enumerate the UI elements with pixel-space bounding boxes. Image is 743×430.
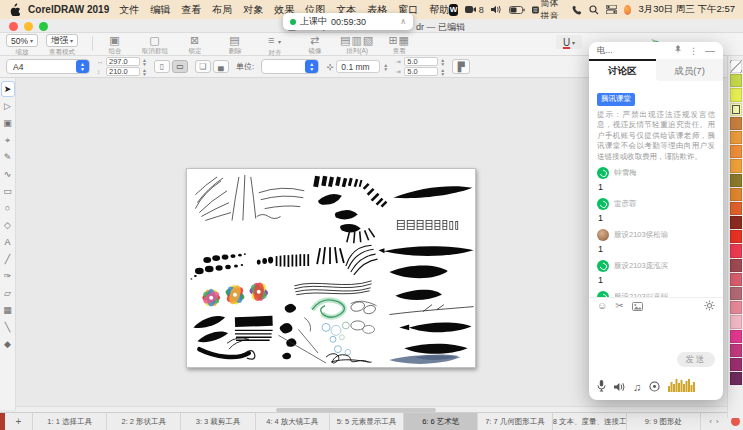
ungroup-button[interactable]: ▢ 取消群组 xyxy=(140,34,170,58)
align-button[interactable]: ≡ 对齐 xyxy=(260,34,290,58)
lock-button[interactable]: ⊠ 锁定 xyxy=(180,34,210,58)
page-tab[interactable]: 8: 8 文本、度量、连接工具 xyxy=(553,413,627,430)
tab-members[interactable]: 成员(7) xyxy=(656,59,723,81)
panel-header[interactable]: 电... ⋮ — xyxy=(589,42,723,59)
color-swatch[interactable] xyxy=(730,301,742,314)
speaker-icon[interactable] xyxy=(614,378,625,396)
color-swatch[interactable] xyxy=(730,230,742,243)
control-center-icon[interactable] xyxy=(606,5,617,14)
pick-tool[interactable]: ➤ xyxy=(1,81,15,97)
color-swatch[interactable] xyxy=(730,202,742,215)
minimize-window-button[interactable] xyxy=(24,22,33,31)
document-page[interactable] xyxy=(186,168,476,368)
color-swatch[interactable] xyxy=(730,372,742,385)
menu-item[interactable]: 查看 xyxy=(181,3,201,17)
page-tab[interactable]: 9: 9 图形处 xyxy=(627,413,701,430)
mirror-button[interactable]: ⇄ 镜像 xyxy=(300,34,330,58)
bezier-tool[interactable]: ∿ xyxy=(1,166,15,182)
color-swatch[interactable] xyxy=(730,159,742,172)
treat-as-filled-button[interactable]: ▛ xyxy=(452,59,470,74)
meeting-app-icon[interactable]: 8 xyxy=(465,5,484,15)
page-height-field[interactable]: 210.0 xyxy=(106,67,140,76)
screenshot-icon[interactable]: ✂ xyxy=(615,301,623,311)
color-swatch[interactable] xyxy=(730,358,742,371)
landscape-button[interactable]: ▭ xyxy=(172,60,188,73)
page-tab[interactable]: 2: 2 形状工具 xyxy=(107,413,181,430)
fill-color-button[interactable]: U▾ xyxy=(556,35,582,49)
color-swatch[interactable] xyxy=(730,287,742,300)
duplicate-y-field[interactable]: 5.0 xyxy=(404,67,438,76)
page-width-field[interactable]: 297.0 xyxy=(106,57,140,66)
zoom-tool[interactable]: ⌖ xyxy=(1,132,15,148)
freehand-tool[interactable]: ✎ xyxy=(1,149,15,165)
current-page-button[interactable]: ▄ xyxy=(213,60,229,73)
color-swatch[interactable] xyxy=(730,315,742,328)
artistic-media-tool[interactable]: ✑ xyxy=(1,268,15,284)
zoom-level-select[interactable]: 50%▾ 缩放 xyxy=(6,34,38,57)
interactive-fill-tool[interactable]: ◆ xyxy=(1,336,15,352)
parallelogram-tool[interactable]: ▱ xyxy=(1,285,15,301)
message-input[interactable] xyxy=(589,314,723,352)
color-swatch[interactable] xyxy=(730,74,742,87)
color-swatch[interactable] xyxy=(730,145,742,158)
color-swatch[interactable] xyxy=(730,60,742,73)
microphone-icon[interactable] xyxy=(597,378,606,396)
page-tab[interactable]: 7: 7 几何图形工具 xyxy=(478,413,552,430)
music-icon[interactable]: ♫ xyxy=(633,381,641,393)
color-swatch[interactable] xyxy=(730,188,742,201)
zoom-window-button[interactable] xyxy=(39,22,48,31)
page-tab[interactable]: 3: 3 裁剪工具 xyxy=(181,413,255,430)
color-swatch[interactable] xyxy=(730,273,742,286)
audio-waveform-thumbnail[interactable] xyxy=(668,378,696,396)
menu-item[interactable]: 编辑 xyxy=(150,3,170,17)
app-menu[interactable]: CorelDRAW 2019 xyxy=(28,4,109,15)
pin-icon[interactable] xyxy=(674,45,682,56)
crop-tool[interactable]: ▣ xyxy=(1,115,15,131)
delete-button[interactable]: ▤ 删除 xyxy=(220,34,250,58)
battery-icon[interactable] xyxy=(509,6,525,14)
mesh-fill-tool[interactable]: ▦ xyxy=(1,302,15,318)
arrange-button[interactable]: ▤▥▧ 排列(A) xyxy=(340,34,374,58)
color-swatch[interactable] xyxy=(730,216,742,229)
more-options-icon[interactable]: ⋮ xyxy=(689,46,698,56)
search-icon[interactable] xyxy=(589,5,599,15)
image-icon[interactable] xyxy=(632,297,643,315)
color-swatch[interactable] xyxy=(730,88,742,101)
all-pages-button[interactable]: ❏ xyxy=(195,60,211,73)
volume-icon[interactable] xyxy=(491,5,502,14)
add-page-button[interactable]: + xyxy=(5,413,33,430)
page-tab[interactable]: 1: 1 选择工具 xyxy=(33,413,107,430)
color-swatch[interactable] xyxy=(730,103,742,116)
emoji-icon[interactable]: ☺ xyxy=(597,301,607,311)
view-mode-select[interactable]: 增强▾ 查看模式 xyxy=(46,34,78,57)
page-size-select[interactable]: A4 ▲▼ xyxy=(6,59,90,74)
camera-icon[interactable] xyxy=(649,378,660,396)
portrait-button[interactable]: ▯ xyxy=(154,60,170,73)
page-tab[interactable]: 4: 4 放大镜工具 xyxy=(256,413,330,430)
w-app-icon[interactable]: W xyxy=(449,4,457,16)
message-list[interactable]: 钟雪梅 1 雷彦蓉 1 xyxy=(597,167,715,297)
menu-item[interactable]: 文件 xyxy=(119,3,139,17)
color-swatch[interactable] xyxy=(730,174,742,187)
view-button[interactable]: ⊞▦ 查看 xyxy=(384,34,414,58)
apple-menu[interactable] xyxy=(8,3,20,16)
app-dot-icon[interactable] xyxy=(624,5,631,15)
minimize-panel-icon[interactable]: — xyxy=(705,48,715,54)
eyedropper-tool[interactable]: ╲ xyxy=(1,319,15,335)
send-button[interactable]: 发送 xyxy=(677,352,715,367)
color-swatch[interactable] xyxy=(730,330,742,343)
text-tool[interactable]: A xyxy=(1,234,15,250)
phone-icon[interactable] xyxy=(572,5,582,15)
color-swatch[interactable] xyxy=(730,244,742,257)
rectangle-tool[interactable]: ▭ xyxy=(1,183,15,199)
page-tab[interactable]: 5: 5 元素显示工具 xyxy=(330,413,404,430)
tab-discussion[interactable]: 讨论区 xyxy=(589,59,656,81)
menu-item[interactable]: 帮助 xyxy=(429,3,449,17)
color-swatch[interactable] xyxy=(730,117,742,130)
color-swatch[interactable] xyxy=(730,259,742,272)
close-window-button[interactable] xyxy=(9,22,18,31)
group-button[interactable]: ▣ 组合 xyxy=(100,34,130,58)
line-tool[interactable]: ╱ xyxy=(1,251,15,267)
menu-item[interactable]: 布局 xyxy=(212,3,232,17)
class-timer-pill[interactable]: 上课中 00:59:30 ∧ xyxy=(283,13,413,30)
